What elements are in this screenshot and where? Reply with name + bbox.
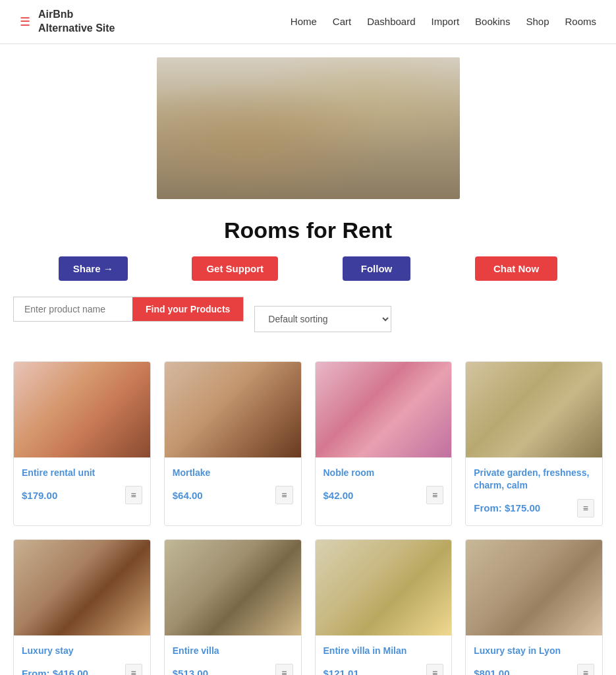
chat-now-button[interactable]: Chat Now (475, 256, 557, 281)
site-title: AirBnb Alternative Site (38, 8, 115, 36)
product-price: $179.00 (22, 490, 57, 501)
product-name[interactable]: Entire villa in Milan (323, 645, 444, 658)
add-to-cart-button[interactable]: ≡ (275, 486, 293, 504)
product-card: Mortlake$64.00≡ (164, 361, 302, 526)
nav-link-cart[interactable]: Cart (333, 16, 351, 27)
product-price: From: $416.00 (22, 668, 88, 675)
action-buttons: Share → Get Support Follow Chat Now (13, 256, 603, 281)
product-name[interactable]: Private garden, freshness, charm, calm (474, 467, 594, 492)
search-bar: Find your Products (13, 297, 244, 322)
add-to-cart-button[interactable]: ≡ (577, 499, 594, 517)
hamburger-icon[interactable]: ☰ (20, 15, 30, 29)
product-price: $42.00 (323, 490, 354, 501)
product-image (316, 362, 452, 457)
hero-image (157, 57, 460, 199)
nav-link-home[interactable]: Home (291, 16, 317, 27)
header-left: ☰ AirBnb Alternative Site (20, 8, 115, 36)
hero-image-container (13, 44, 603, 202)
page-title: Rooms for Rent (13, 218, 603, 243)
header: ☰ AirBnb Alternative Site HomeCartDashbo… (0, 0, 616, 44)
add-to-cart-button[interactable]: ≡ (426, 664, 443, 675)
add-to-cart-button[interactable]: ≡ (426, 486, 443, 504)
follow-button[interactable]: Follow (343, 256, 411, 281)
product-card: Luxury stayFrom: $416.00≡★★★★★ (13, 539, 151, 675)
product-card: Noble room$42.00≡ (315, 361, 453, 526)
product-card: Entire rental unit$179.00≡ (13, 361, 151, 526)
product-card: Private garden, freshness, charm, calmFr… (465, 361, 603, 526)
product-price: From: $175.00 (474, 502, 540, 514)
nav-link-bookins[interactable]: Bookins (475, 16, 510, 27)
product-image (165, 362, 301, 457)
nav-link-rooms[interactable]: Rooms (565, 16, 596, 27)
nav-link-dashboard[interactable]: Dashboard (367, 16, 415, 27)
search-row: Find your Products Default sortingSort b… (13, 297, 603, 341)
product-image (14, 362, 150, 457)
share-button[interactable]: Share → (59, 256, 128, 281)
product-card: Entire villa$513.00≡ (164, 539, 302, 675)
get-support-button[interactable]: Get Support (192, 256, 278, 281)
product-name[interactable]: Luxury stay (22, 645, 142, 658)
product-name[interactable]: Luxury stay in Lyon (474, 645, 594, 658)
product-price: $64.00 (173, 490, 203, 501)
add-to-cart-button[interactable]: ≡ (577, 664, 594, 675)
product-image (165, 540, 301, 635)
product-image (14, 540, 150, 635)
sort-select[interactable]: Default sortingSort by price: low to hig… (254, 306, 391, 332)
add-to-cart-button[interactable]: ≡ (125, 486, 142, 504)
product-name[interactable]: Entire rental unit (22, 467, 142, 480)
product-image (316, 540, 452, 635)
add-to-cart-button[interactable]: ≡ (275, 664, 293, 675)
product-card: Luxury stay in Lyon$801.00≡ (465, 539, 603, 675)
nav-link-import[interactable]: Import (432, 16, 460, 27)
product-card: Entire villa in Milan$121.01≡ (315, 539, 453, 675)
search-input[interactable] (14, 297, 132, 321)
product-price: $801.00 (474, 668, 509, 675)
product-name[interactable]: Mortlake (173, 467, 293, 480)
find-products-button[interactable]: Find your Products (132, 297, 243, 321)
product-image (466, 540, 602, 635)
nav-link-shop[interactable]: Shop (526, 16, 549, 27)
product-name[interactable]: Noble room (323, 467, 444, 480)
product-price: $121.01 (323, 668, 359, 675)
main-content: Rooms for Rent Share → Get Support Follo… (0, 44, 616, 675)
product-image (466, 362, 602, 457)
product-grid: Entire rental unit$179.00≡Mortlake$64.00… (13, 361, 603, 675)
product-name[interactable]: Entire villa (173, 645, 293, 658)
add-to-cart-button[interactable]: ≡ (125, 664, 142, 675)
main-nav: HomeCartDashboardImportBookinsShopRooms (291, 16, 596, 27)
product-price: $513.00 (173, 668, 208, 675)
